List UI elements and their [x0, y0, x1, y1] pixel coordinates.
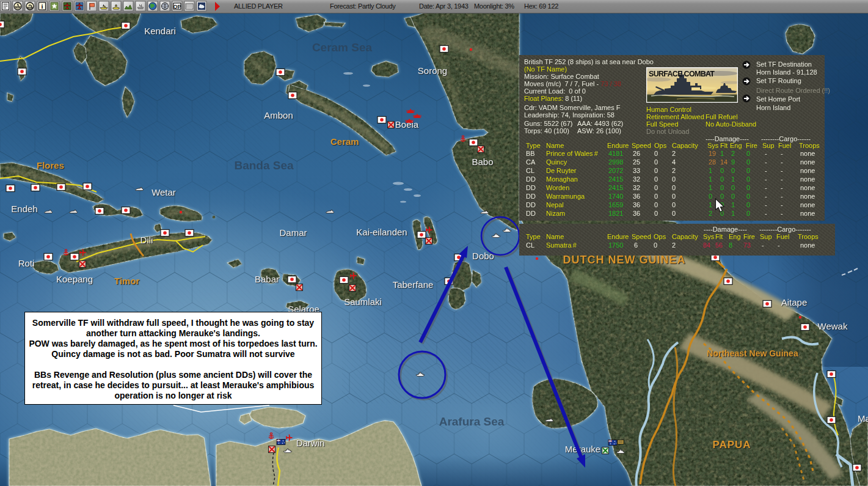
- svg-text:Flores: Flores: [37, 160, 64, 171]
- svg-text:Babo: Babo: [472, 156, 493, 167]
- svg-text:Kendari: Kendari: [144, 26, 176, 36]
- svg-text:Banda Sea: Banda Sea: [234, 159, 294, 172]
- svg-text:Ambon: Ambon: [264, 110, 293, 120]
- svg-text:Madan: Madan: [858, 413, 868, 424]
- svg-text:Saumlaki: Saumlaki: [344, 296, 382, 307]
- svg-text:DUTCH NEW GUINEA: DUTCH NEW GUINEA: [563, 254, 686, 266]
- svg-text:i: i: [41, 2, 43, 10]
- svg-text:Ceram Sea: Ceram Sea: [312, 41, 373, 54]
- svg-text:PAPUA: PAPUA: [712, 439, 751, 451]
- svg-text:OP: OP: [173, 4, 181, 10]
- svg-text:Wewak: Wewak: [818, 321, 848, 331]
- svg-text:Aitape: Aitape: [781, 297, 808, 307]
- svg-text:Merauke: Merauke: [565, 444, 600, 454]
- svg-text:Arafura Sea: Arafura Sea: [439, 415, 505, 428]
- svg-text:Sorong: Sorong: [418, 65, 447, 76]
- svg-text:Ceram: Ceram: [330, 136, 359, 147]
- svg-text:Roti: Roti: [18, 258, 35, 268]
- svg-text:Endeh: Endeh: [11, 204, 37, 214]
- svg-text:Dili: Dili: [140, 235, 153, 245]
- svg-text:Wetar: Wetar: [151, 187, 176, 197]
- svg-text:Koepang: Koepang: [56, 274, 93, 284]
- svg-text:Timor: Timor: [114, 276, 140, 286]
- svg-text:Darwin: Darwin: [296, 438, 325, 448]
- svg-text:Babar: Babar: [255, 274, 279, 284]
- svg-text:Northeast New Guinea: Northeast New Guinea: [707, 348, 798, 358]
- svg-text:SURFACE COMBAT: SURFACE COMBAT: [649, 70, 715, 78]
- svg-text:Kai-eilanden: Kai-eilanden: [356, 227, 407, 237]
- svg-text:Taberfane: Taberfane: [393, 279, 434, 290]
- svg-text:Damar: Damar: [279, 227, 307, 238]
